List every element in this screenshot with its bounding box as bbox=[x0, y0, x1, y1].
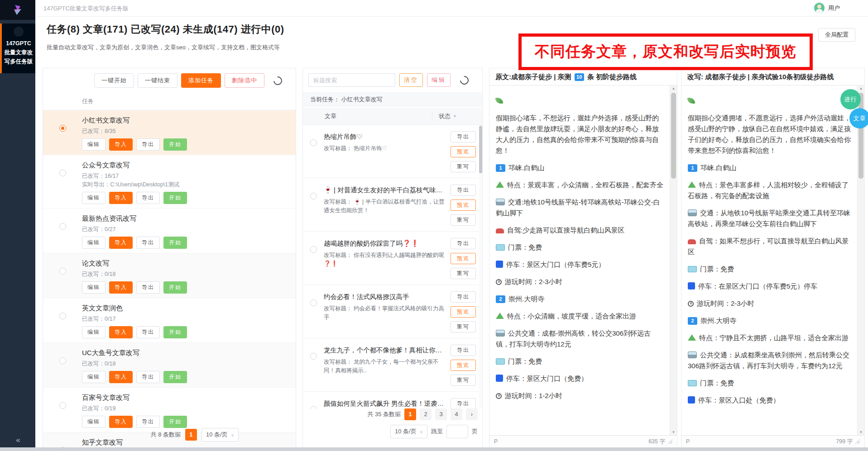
sidebar-item-app[interactable]: 147GPTC批量文章改写多任务版 bbox=[0, 24, 35, 73]
article-rewrite-button[interactable]: 重写 bbox=[451, 321, 476, 332]
task-radio[interactable] bbox=[59, 402, 66, 409]
task-start-button[interactable]: 开始 bbox=[163, 416, 187, 428]
task-row[interactable]: 公众号文章改写已改写：16/17实时导出：C:\Users\wp\Desktop… bbox=[43, 155, 296, 209]
next-page-button[interactable]: › bbox=[466, 408, 478, 420]
task-radio[interactable] bbox=[59, 268, 66, 275]
scrollbar-thumb[interactable] bbox=[858, 93, 863, 179]
task-row[interactable]: 最新热点资讯改写已改写：0/27编辑导入导出开始 bbox=[43, 209, 296, 253]
add-task-button[interactable]: 添加任务 bbox=[181, 73, 221, 88]
task-row[interactable]: 小红书文章改写已改写：8/35编辑导入导出开始 bbox=[43, 110, 296, 155]
source-editor[interactable]: 假期担心堵车，不想远行，遛娃户外选择，感受山野的静谧，去自然里放肆玩耍，满足小朋… bbox=[489, 85, 670, 435]
task-import-button[interactable]: 导入 bbox=[109, 281, 133, 294]
article-scrollbar[interactable] bbox=[479, 125, 482, 409]
task-edit-button[interactable]: 编辑 bbox=[82, 326, 106, 338]
article-checkbox[interactable] bbox=[310, 353, 317, 360]
article-page-size-select[interactable]: 10 条/页 ∨ bbox=[390, 425, 427, 438]
task-edit-button[interactable]: 编辑 bbox=[82, 281, 106, 294]
article-row[interactable]: 龙生九子，个个都不像他爹！真相让你裂开...改写标题： 龙的九个子女，每一个都与… bbox=[303, 338, 482, 392]
app-logo[interactable] bbox=[0, 0, 35, 20]
task-export-button[interactable]: 导出 bbox=[136, 371, 160, 383]
article-page-1-button[interactable]: 1 bbox=[404, 408, 416, 420]
article-row[interactable]: 约会必看！法式风格撩汉高手改写标题： 约会必看！掌握法式风格的吸引力高手导出预览… bbox=[303, 285, 482, 338]
article-export-button[interactable]: 导出 bbox=[451, 131, 476, 142]
article-export-button[interactable]: 导出 bbox=[451, 185, 476, 196]
task-export-button[interactable]: 导出 bbox=[136, 192, 160, 204]
refresh-articles-icon[interactable] bbox=[458, 74, 470, 86]
source-scrollbar[interactable] bbox=[670, 85, 677, 435]
article-preview-button[interactable]: 预览 bbox=[451, 306, 476, 318]
article-rewrite-button[interactable]: 重写 bbox=[451, 214, 476, 226]
task-radio[interactable] bbox=[59, 357, 66, 364]
status-column[interactable]: 状态 ▼ bbox=[432, 112, 482, 121]
article-row[interactable]: 越喝越胖的酸奶你踩雷了吗❓❗改写标题： 你有没有遇到让人越喝越胖的酸奶呢❓❗导出… bbox=[303, 232, 482, 285]
edit-button[interactable]: 编辑 bbox=[427, 73, 451, 87]
sidebar-collapse-button[interactable]: « bbox=[0, 436, 35, 445]
task-radio[interactable] bbox=[59, 170, 66, 176]
jump-page-input[interactable] bbox=[446, 425, 468, 438]
progress-float-button[interactable]: 进行 bbox=[840, 89, 861, 109]
task-import-button[interactable]: 导入 bbox=[109, 138, 133, 151]
article-page-2-button[interactable]: 2 bbox=[420, 408, 432, 420]
scrollbar-thumb[interactable] bbox=[671, 93, 676, 179]
task-start-button[interactable]: 开始 bbox=[163, 138, 187, 151]
title-search-input[interactable] bbox=[308, 73, 395, 87]
start-all-button[interactable]: 一键开始 bbox=[94, 73, 134, 88]
article-rewrite-button[interactable]: 重写 bbox=[451, 161, 476, 172]
article-export-button[interactable]: 导出 bbox=[451, 345, 476, 356]
article-rewrite-button[interactable]: 重写 bbox=[451, 375, 476, 386]
task-import-button[interactable]: 导入 bbox=[109, 237, 133, 249]
global-config-button[interactable]: 全局配置 bbox=[818, 28, 855, 42]
task-edit-button[interactable]: 编辑 bbox=[82, 138, 106, 151]
task-start-button[interactable]: 开始 bbox=[163, 326, 187, 338]
task-export-button[interactable]: 导出 bbox=[136, 138, 160, 151]
delete-selected-button[interactable]: 删除选中 bbox=[225, 73, 264, 88]
task-export-button[interactable]: 导出 bbox=[136, 416, 160, 428]
task-export-button[interactable]: 导出 bbox=[136, 237, 160, 249]
article-float-button[interactable]: 文章 bbox=[849, 108, 868, 128]
task-import-button[interactable]: 导入 bbox=[109, 371, 133, 383]
task-row[interactable]: 英文文章润色已改写：0/17编辑导入导出开始 bbox=[43, 298, 296, 343]
article-checkbox[interactable] bbox=[310, 299, 317, 306]
task-page-1-button[interactable]: 1 bbox=[185, 429, 197, 441]
bottom-scrollbar-track[interactable] bbox=[0, 447, 868, 451]
article-page-4-button[interactable]: 4 bbox=[451, 408, 462, 420]
task-row[interactable]: 百家号文章改写已改写：0/19编辑导入导出开始 bbox=[43, 388, 296, 432]
article-export-button[interactable]: 导出 bbox=[451, 291, 476, 303]
article-row[interactable]: 热缩片吊飾♡改写标题： 热缩片吊饰♡导出预览重写 bbox=[303, 125, 482, 178]
article-rewrite-button[interactable]: 重写 bbox=[451, 268, 476, 279]
filter-funnel-icon[interactable]: ▼ bbox=[453, 114, 457, 119]
task-row[interactable]: UC大鱼号文章改写已改写：0/18编辑导入导出开始 bbox=[43, 343, 296, 388]
task-row[interactable]: 论文改写已改写：0/18编辑导入导出开始 bbox=[43, 253, 296, 298]
user-menu[interactable]: 用户 bbox=[814, 3, 840, 13]
article-preview-button[interactable]: 预览 bbox=[451, 199, 476, 211]
article-row[interactable]: 🍷 | 对普通女生友好的半干白荔枝气味炸裂...改写标题： 🍷 | 半干白酒以荔… bbox=[303, 178, 482, 232]
scrollbar-thumb[interactable] bbox=[479, 126, 482, 173]
task-import-button[interactable]: 导入 bbox=[109, 326, 133, 338]
resize-grip-icon[interactable] bbox=[668, 439, 672, 444]
task-start-button[interactable]: 开始 bbox=[163, 192, 187, 204]
article-page-3-button[interactable]: 3 bbox=[435, 408, 447, 420]
article-preview-button[interactable]: 预览 bbox=[451, 146, 476, 157]
article-export-button[interactable]: 导出 bbox=[451, 398, 476, 409]
task-edit-button[interactable]: 编辑 bbox=[82, 192, 106, 204]
task-radio[interactable] bbox=[59, 125, 66, 132]
article-export-button[interactable]: 导出 bbox=[451, 238, 476, 249]
article-checkbox[interactable] bbox=[310, 193, 317, 199]
article-row[interactable]: 颜值如何呈火箭式飙升 男生必看！逆袭干货改写标题： 颜值如何实现飞速提升，男生必… bbox=[303, 392, 482, 409]
clear-button[interactable]: 清空 bbox=[399, 73, 423, 87]
article-checkbox[interactable] bbox=[310, 139, 317, 146]
task-start-button[interactable]: 开始 bbox=[163, 237, 187, 249]
task-edit-button[interactable]: 编辑 bbox=[82, 416, 106, 428]
article-preview-button[interactable]: 预览 bbox=[451, 360, 476, 371]
task-radio[interactable] bbox=[59, 223, 66, 230]
refresh-tasks-icon[interactable] bbox=[272, 75, 284, 87]
task-radio[interactable] bbox=[59, 313, 66, 319]
task-start-button[interactable]: 开始 bbox=[163, 371, 187, 383]
task-start-button[interactable]: 开始 bbox=[163, 281, 187, 294]
task-edit-button[interactable]: 编辑 bbox=[82, 237, 106, 249]
article-preview-button[interactable]: 预览 bbox=[451, 253, 476, 264]
task-import-button[interactable]: 导入 bbox=[109, 192, 133, 204]
rewrite-scrollbar[interactable] bbox=[857, 85, 864, 435]
task-export-button[interactable]: 导出 bbox=[136, 281, 160, 294]
task-page-size-select[interactable]: 10 条/页 ∨ bbox=[201, 428, 239, 442]
